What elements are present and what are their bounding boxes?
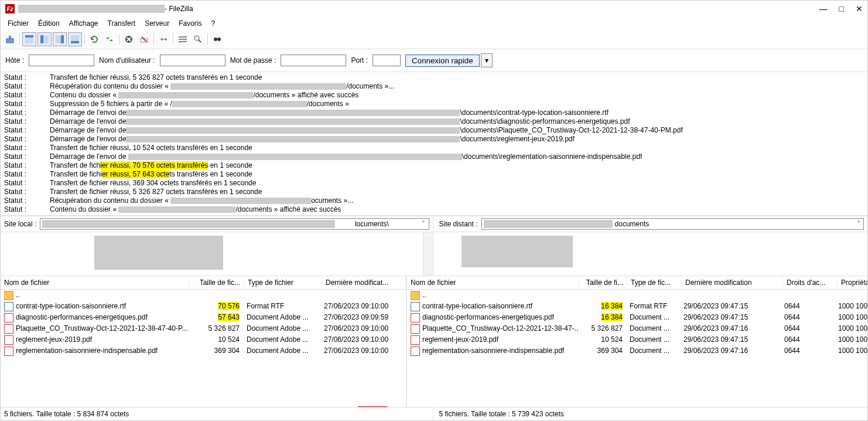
quickconnect-bar: Hôte : Nom d'utilisateur : Mot de passe …	[1, 49, 867, 72]
menu-serveur[interactable]: Serveur	[141, 18, 173, 29]
disconnect-button[interactable]	[137, 32, 151, 46]
sync-browse-button[interactable]	[210, 32, 224, 46]
svg-rect-3	[25, 35, 33, 38]
parent-dir[interactable]: ..	[407, 290, 868, 301]
log-line: Statut :Transfert de fichier réussi, 70 …	[1, 161, 867, 170]
remote-status-bar: 5 fichiers. Taille totale : 5 739 423 oc…	[436, 407, 868, 420]
menu-transfert[interactable]: Transfert	[104, 18, 139, 29]
toggle-queue-button[interactable]	[68, 32, 82, 46]
file-row[interactable]: diagnostic-performances-energetiques.pdf…	[407, 312, 868, 323]
col-type[interactable]: Type de fichier	[244, 276, 322, 289]
process-queue-button[interactable]	[102, 32, 117, 46]
pdf-icon	[4, 335, 13, 345]
rtf-icon	[411, 302, 420, 311]
close-button[interactable]: ✕	[856, 4, 863, 13]
col-own[interactable]: Propriétaire...	[838, 276, 868, 289]
remote-site-bar: Site distant : documents ˅	[436, 216, 868, 232]
quickconnect-button[interactable]: Connexion rapide	[405, 55, 479, 67]
file-row[interactable]: Plaquette_CO_Trustiway-Oct-12-2021-12-38…	[407, 323, 868, 334]
file-row[interactable]: Plaquette_CO_Trustiway-Oct-12-2021-12-38…	[1, 323, 406, 334]
cancel-button[interactable]	[122, 32, 136, 46]
svg-rect-13	[179, 39, 187, 40]
log-line: Statut :Transfert de fichier réussi, 57 …	[1, 170, 867, 179]
file-row[interactable]: contrat-type-location-saisonniere.rtf16 …	[407, 301, 868, 312]
compare-button[interactable]	[191, 32, 205, 46]
col-date[interactable]: Dernière modification	[682, 276, 783, 289]
pdf-icon	[4, 347, 13, 356]
local-site-label: Site local :	[4, 220, 36, 228]
pdf-icon	[4, 324, 13, 334]
log-line: Statut :Suppression de 5 fichiers à part…	[1, 100, 867, 108]
col-size[interactable]: Taille de fi...	[579, 276, 627, 289]
log-line: Statut :Transfert de fichier réussi, 5 3…	[1, 73, 867, 82]
menu-bar: FichierÉditionAffichageTransfertServeurF…	[1, 17, 867, 30]
rtf-icon	[4, 302, 13, 311]
log-line: Statut :Démarrage de l'envoi de\document…	[1, 135, 867, 144]
menu-affichage[interactable]: Affichage	[66, 18, 102, 29]
site-manager-button[interactable]	[3, 32, 17, 46]
file-row[interactable]: reglementation-saisonniere-indispensable…	[1, 345, 406, 357]
reconnect-button[interactable]	[156, 32, 170, 46]
col-type[interactable]: Type de fic...	[627, 276, 682, 289]
col-size[interactable]: Taille de fic...	[190, 276, 244, 289]
log-line: Statut :Démarrage de l'envoi de \documen…	[1, 152, 867, 161]
pdf-icon	[411, 335, 420, 345]
toolbar	[1, 30, 867, 49]
toggle-log-button[interactable]	[22, 32, 36, 46]
log-line: Statut :Démarrage de l'envoi de\document…	[1, 117, 867, 126]
local-status-bar: 5 fichiers. Taille totale : 5 834 874 oc…	[1, 407, 433, 420]
file-row[interactable]: contrat-type-location-saisonniere.rtf70 …	[1, 301, 406, 312]
menu-édition[interactable]: Édition	[35, 18, 63, 29]
svg-point-17	[217, 38, 221, 41]
local-file-list[interactable]: Nom de fichier Taille de fic... Type de …	[1, 276, 406, 407]
svg-point-16	[214, 38, 217, 41]
chevron-down-icon: ˅	[854, 220, 863, 228]
file-row[interactable]: reglement-jeux-2019.pdf10 524Document Ad…	[1, 334, 406, 345]
file-row[interactable]: reglement-jeux-2019.pdf10 524Document ..…	[407, 334, 868, 345]
minimize-button[interactable]: —	[819, 4, 828, 13]
remote-list-header: Nom de fichier Taille de fi... Type de f…	[407, 276, 868, 290]
toggle-local-tree-button[interactable]	[37, 32, 52, 46]
col-date[interactable]: Dernière modificat...	[322, 276, 406, 289]
remote-site-label: Site distant :	[439, 220, 478, 228]
refresh-button[interactable]	[87, 32, 101, 46]
local-site-bar: Site local : locuments\ ˅	[1, 216, 433, 232]
chevron-down-icon: ˅	[419, 220, 428, 228]
user-input[interactable]	[160, 55, 225, 66]
pdf-icon	[411, 313, 420, 322]
pass-input[interactable]	[281, 55, 346, 66]
port-input[interactable]	[373, 55, 401, 66]
parent-dir[interactable]: ..	[1, 290, 406, 301]
quickconnect-history-button[interactable]: ▾	[481, 53, 493, 67]
local-site-combo[interactable]: locuments\ ˅	[40, 218, 429, 230]
menu-fichier[interactable]: Fichier	[4, 18, 32, 29]
host-input[interactable]	[29, 55, 94, 66]
menu-?[interactable]: ?	[208, 18, 219, 29]
remote-tree[interactable]	[436, 232, 868, 276]
log-line: Statut :Transfert de fichier réussi, 369…	[1, 179, 867, 188]
file-row[interactable]: diagnostic-performances-energetiques.pdf…	[1, 312, 406, 323]
filter-button[interactable]	[176, 32, 190, 46]
col-name[interactable]: Nom de fichier	[407, 276, 579, 289]
remote-site-path: documents	[615, 220, 650, 228]
log-line: Statut :Démarrage de l'envoi de\document…	[1, 126, 867, 135]
toggle-remote-tree-button[interactable]	[53, 32, 67, 46]
port-label: Port :	[351, 56, 368, 64]
log-line: Statut :Récupération du contenu du dossi…	[1, 82, 867, 91]
pdf-icon	[411, 324, 420, 334]
file-row[interactable]: reglementation-saisonniere-indispensable…	[407, 345, 868, 357]
log-line: Statut :Transfert de fichier réussi, 5 3…	[1, 188, 867, 196]
message-log[interactable]: Statut :Transfert de fichier réussi, 5 3…	[1, 72, 867, 216]
menu-favoris[interactable]: Favoris	[175, 18, 205, 29]
remote-file-list[interactable]: Nom de fichier Taille de fi... Type de f…	[407, 276, 868, 407]
maximize-button[interactable]: □	[839, 4, 844, 13]
title-bar: Fz - FileZilla — □ ✕	[1, 1, 867, 17]
svg-rect-1	[9, 36, 11, 39]
local-tree[interactable]	[1, 232, 433, 276]
host-label: Hôte :	[5, 56, 24, 64]
remote-site-combo[interactable]: documents ˅	[481, 218, 864, 230]
col-perm[interactable]: Droits d'ac...	[783, 276, 838, 289]
col-name[interactable]: Nom de fichier	[1, 276, 190, 289]
pass-label: Mot de passe :	[230, 56, 276, 64]
svg-rect-5	[40, 35, 43, 43]
